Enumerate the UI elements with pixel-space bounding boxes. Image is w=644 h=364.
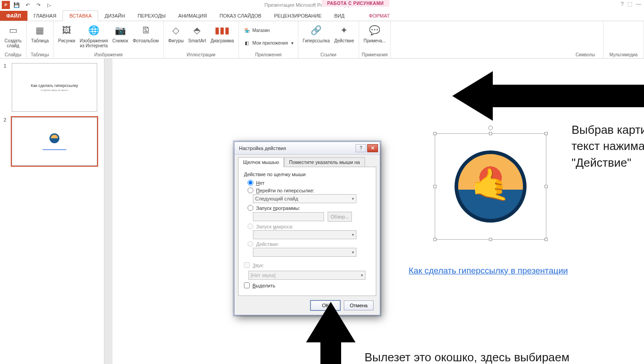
radio-run-label[interactable]: Запуск программы: [256, 205, 300, 211]
dialog-close-button[interactable]: ✕ [367, 144, 378, 152]
group-slides: Слайды [5, 51, 21, 58]
tab-transitions[interactable]: ПЕРЕХОДЫ [131, 11, 172, 21]
hyperlink-button[interactable]: 🔗Гиперссылка [301, 22, 332, 44]
new-slide-button[interactable]: ▭Создать слайд [3, 22, 23, 49]
start-show-icon[interactable]: ▷ [45, 1, 53, 9]
tab-review[interactable]: РЕЦЕНЗИРОВАНИЕ [268, 11, 328, 21]
dialog-title: Настройка действия [239, 146, 286, 151]
slide-canvas[interactable]: 🤙 Как сделать гиперссылку в презентации … [104, 59, 644, 364]
tab-file[interactable]: ФАЙЛ [0, 11, 27, 21]
radio-hyperlink[interactable] [248, 187, 253, 193]
undo-icon[interactable]: ↶ [23, 1, 32, 9]
checkbox-sound-label: Звук: [252, 263, 264, 268]
resize-handle-icon[interactable] [545, 185, 548, 188]
chart-button[interactable]: ▮▮▮Диаграмма [209, 22, 236, 44]
radio-action [248, 241, 253, 247]
thumb-number: 2 [4, 117, 9, 166]
checkbox-sound [244, 262, 250, 268]
tab-slideshow[interactable]: ПОКАЗ СЛАЙДОВ [213, 11, 268, 21]
thumb-link-text: ___________________ [43, 147, 67, 150]
tab-insert[interactable]: ВСТАВКА [63, 10, 98, 21]
logo-image: 🤙 [455, 150, 527, 223]
shaka-hand-icon: 🤙 [471, 166, 510, 203]
resize-handle-icon[interactable] [489, 238, 492, 241]
tab-mouse-click[interactable]: Щелчок мышью [238, 157, 284, 167]
action-combo: ▾ [253, 248, 356, 257]
ribbon-display-icon[interactable]: ⬚ [627, 1, 632, 7]
resize-handle-icon[interactable] [433, 132, 437, 135]
resize-handle-icon[interactable] [433, 238, 437, 241]
comment-button[interactable]: 💬Примеча... [362, 22, 388, 44]
radio-macro [248, 223, 253, 229]
thumb-number: 1 [4, 63, 9, 112]
online-pictures-button[interactable]: 🌐Изображения из Интернета [78, 22, 110, 49]
context-tab-label: РАБОТА С РИСУНКАМИ [322, 0, 389, 7]
tab-animation[interactable]: АНИМАЦИЯ [172, 11, 213, 21]
ribbon: ▭Создать слайд Слайды ▦Таблица Таблицы 🖼… [0, 21, 644, 59]
radio-macro-label: Запуск макроса: [256, 224, 293, 229]
save-icon[interactable]: 💾 [13, 1, 21, 9]
resize-handle-icon[interactable] [489, 132, 492, 135]
shapes-button[interactable]: ◇Фигуры [167, 22, 185, 44]
tab-view[interactable]: ВИД [328, 11, 351, 21]
ribbon-tabs: ФАЙЛ ГЛАВНАЯ ВСТАВКА ДИЗАЙН ПЕРЕХОДЫ АНИ… [0, 10, 644, 21]
hyperlink-combo[interactable]: Следующий слайд▾ [253, 194, 356, 203]
slide-thumbnail-2[interactable]: ___________________ [12, 117, 97, 166]
checkbox-highlight-label[interactable]: Выделить [252, 283, 275, 288]
minimize-icon[interactable]: — [636, 1, 641, 7]
browse-button: Обзор... [328, 212, 352, 222]
rotate-handle-icon[interactable] [488, 126, 493, 130]
annotation-action: Выбрав картинку или текст нажимаем "Дейс… [572, 122, 644, 171]
slide-thumbnail-1[interactable]: Как сделать гиперссылку А сделать вещь н… [12, 63, 97, 112]
tab-mouse-over[interactable]: Поместите указатель мыши на [284, 157, 365, 167]
thumb-subtitle: А сделать вещь не просто [41, 89, 68, 91]
radio-none[interactable] [248, 180, 253, 186]
radio-hyperlink-label[interactable]: Перейти по гиперссылке: [256, 188, 315, 193]
thumb-title: Как сделать гиперссылку [31, 83, 78, 88]
program-path-input [253, 212, 324, 221]
radio-none-label[interactable]: Нет [256, 180, 265, 186]
action-button[interactable]: ✦Действие [333, 22, 356, 44]
arrow-right-icon [452, 71, 644, 121]
dialog-help-button[interactable]: ? [356, 144, 366, 152]
group-comments: Примечания [362, 51, 388, 58]
group-media: Мультимедиа [609, 51, 638, 58]
tab-design[interactable]: ДИЗАЙН [98, 11, 131, 21]
resize-handle-icon[interactable] [545, 132, 548, 135]
selected-picture[interactable]: 🤙 [435, 133, 546, 240]
slide-hyperlink[interactable]: Как сделать гиперссылку в презентации [409, 266, 568, 276]
annotation-dialog: Вылезет это окошко, здесь выбираем какое… [365, 349, 590, 364]
thumb-logo-icon [50, 133, 59, 143]
help-icon[interactable]: ? [621, 1, 624, 7]
app-icon: P [2, 1, 10, 9]
tab-home[interactable]: ГЛАВНАЯ [27, 11, 63, 21]
pictures-button[interactable]: 🖼Рисунки [56, 22, 77, 44]
group-illustrations: Иллюстрации [187, 51, 216, 58]
my-apps-button[interactable]: ◧Мои приложения ▾ [242, 39, 295, 48]
action-settings-dialog: Настройка действия ? ✕ Щелчок мышью Поме… [234, 141, 380, 315]
sound-combo: [Нет звука]▾ [248, 271, 365, 280]
current-slide: 🤙 Как сделать гиперссылку в презентации … [113, 59, 644, 364]
group-images: Изображения [95, 51, 123, 58]
radio-action-label: Действие: [256, 241, 279, 247]
photo-album-button[interactable]: 🖻Фотоальбом [131, 22, 161, 44]
store-button[interactable]: 🏪Магазин [242, 26, 272, 35]
fieldset-label: Действие по щелчку мыши [244, 172, 370, 177]
group-tables: Таблицы [31, 51, 49, 58]
checkbox-highlight[interactable] [244, 282, 250, 288]
resize-handle-icon[interactable] [433, 185, 437, 188]
group-apps: Приложения [255, 51, 282, 58]
ok-button[interactable]: ОК [311, 300, 340, 310]
macro-combo: ▾ [253, 230, 356, 239]
screenshot-button[interactable]: 📷Снимок [111, 22, 130, 44]
tab-format[interactable]: ФОРМАТ [362, 11, 396, 21]
group-symbols: Символы [576, 51, 595, 58]
redo-icon[interactable]: ↷ [34, 1, 42, 9]
table-button[interactable]: ▦Таблица [29, 22, 50, 44]
radio-run-program[interactable] [248, 205, 253, 211]
svg-marker-0 [452, 71, 644, 121]
resize-handle-icon[interactable] [545, 238, 548, 241]
cancel-button[interactable]: Отмена [344, 300, 374, 310]
smartart-button[interactable]: ⬘SmartArt [186, 22, 207, 44]
slide-thumbnail-panel: 1 Как сделать гиперссылку А сделать вещь… [0, 59, 104, 364]
